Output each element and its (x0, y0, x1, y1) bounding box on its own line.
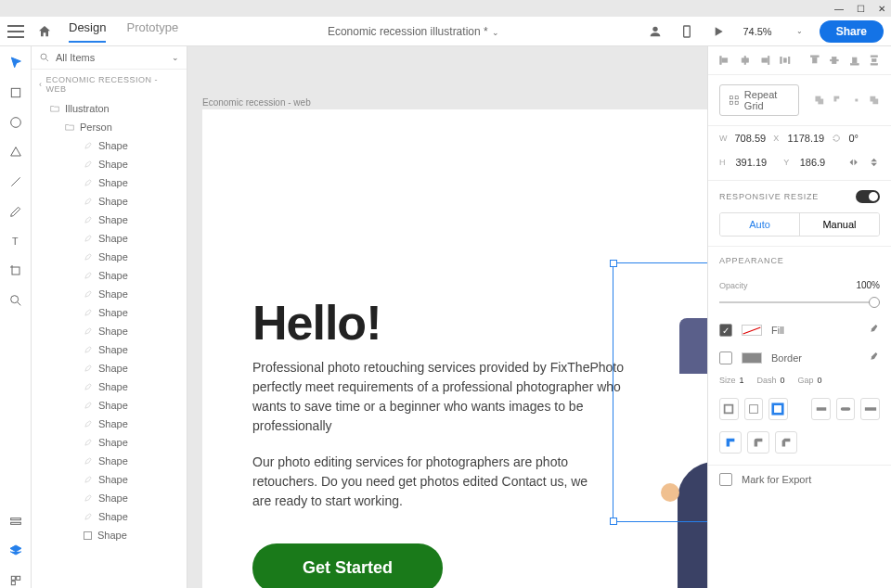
layer-row[interactable]: Shape (32, 136, 187, 155)
assets-panel-icon[interactable] (8, 514, 23, 529)
canvas[interactable]: Economic recession - web Hello! Professi… (187, 46, 707, 588)
layer-row[interactable]: Shape (32, 322, 187, 340)
width-input[interactable]: 708.59 (735, 133, 767, 144)
artboard-label[interactable]: Economic recession - web (202, 97, 311, 108)
x-input[interactable]: 1178.19 (787, 133, 824, 144)
stroke-size[interactable]: Size1 (719, 376, 744, 385)
fill-swatch[interactable] (742, 325, 762, 336)
device-preview-icon[interactable] (679, 24, 694, 39)
distribute-h-icon[interactable] (780, 54, 791, 67)
chevron-down-icon[interactable]: ⌄ (796, 27, 803, 35)
flip-h-icon[interactable] (847, 156, 859, 169)
boolean-subtract-icon[interactable] (833, 94, 844, 107)
layer-row[interactable]: Shape (32, 303, 187, 322)
layer-row[interactable]: Shape (32, 433, 187, 452)
resize-manual-button[interactable]: Manual (799, 213, 879, 236)
align-right-icon[interactable] (759, 54, 770, 67)
layer-row[interactable]: Shape (32, 340, 187, 359)
resize-auto-button[interactable]: Auto (720, 213, 799, 236)
paragraph-1[interactable]: Professional photo retouching services p… (252, 358, 642, 436)
zoom-level[interactable]: 74.5% (742, 26, 771, 37)
align-top-icon[interactable] (809, 54, 820, 67)
stroke-dash[interactable]: Dash0 (757, 376, 785, 385)
eyedropper-icon[interactable] (867, 324, 880, 337)
layer-row[interactable]: Shape (32, 489, 187, 507)
layers-list[interactable]: IllustratonPersonShapeShapeShapeShapeSha… (32, 99, 187, 588)
align-center-h-icon[interactable] (740, 54, 751, 67)
boolean-intersect-icon[interactable] (851, 94, 862, 107)
layer-row[interactable]: Illustraton (32, 99, 187, 118)
y-input[interactable]: 186.9 (800, 157, 841, 168)
layer-row[interactable]: Shape (32, 396, 187, 415)
tab-design[interactable]: Design (69, 20, 106, 43)
plugins-panel-icon[interactable] (8, 573, 23, 588)
rotation-input[interactable]: 0° (848, 133, 880, 144)
layer-row[interactable]: Shape (32, 211, 187, 229)
stroke-gap[interactable]: Gap0 (798, 376, 822, 385)
border-checkbox[interactable] (719, 352, 732, 364)
cap-butt-icon[interactable] (811, 398, 831, 420)
join-miter-icon[interactable] (719, 431, 742, 454)
rectangle-tool[interactable] (8, 85, 23, 100)
export-checkbox[interactable] (719, 473, 732, 486)
boolean-exclude-icon[interactable] (869, 94, 880, 107)
cap-round-icon[interactable] (836, 398, 856, 420)
home-icon[interactable] (37, 24, 52, 39)
maximize-button[interactable]: ☐ (857, 4, 865, 14)
align-bottom-icon[interactable] (849, 54, 860, 67)
paragraph-2[interactable]: Our photo editing services for photograp… (252, 453, 605, 511)
layers-search[interactable]: All Items ⌄ (32, 46, 187, 70)
layer-row[interactable]: Shape (32, 452, 187, 470)
join-bevel-icon[interactable] (775, 431, 797, 454)
share-button[interactable]: Share (820, 20, 884, 43)
eyedropper-icon[interactable] (867, 352, 880, 364)
align-center-v-icon[interactable] (829, 54, 840, 67)
distribute-v-icon[interactable] (869, 54, 880, 67)
layer-row[interactable]: Shape (32, 507, 187, 526)
hamburger-menu-icon[interactable] (7, 25, 24, 38)
tab-prototype[interactable]: Prototype (126, 20, 178, 43)
layers-breadcrumb[interactable]: ‹ ECONOMIC RECESSION - WEB (32, 70, 187, 99)
stroke-center-icon[interactable] (744, 398, 764, 420)
artboard[interactable]: Hello! Professional photo retouching ser… (202, 109, 707, 588)
minimize-button[interactable]: — (834, 4, 844, 14)
cta-button[interactable]: Get Started (252, 543, 443, 588)
play-icon[interactable] (711, 24, 726, 39)
layer-row[interactable]: Shape (32, 415, 187, 433)
ellipse-tool[interactable] (8, 115, 23, 130)
layer-row[interactable]: Shape (32, 192, 187, 211)
layer-row[interactable]: Shape (32, 155, 187, 173)
layer-row[interactable]: Shape (32, 248, 187, 266)
opacity-value[interactable]: 100% (856, 280, 880, 290)
artboard-tool[interactable] (8, 263, 23, 278)
user-icon[interactable] (648, 24, 663, 39)
stroke-outer-icon[interactable] (768, 398, 788, 420)
layer-row[interactable]: Shape (32, 359, 187, 377)
selection-outline[interactable] (613, 262, 707, 522)
repeat-grid-button[interactable]: Repeat Grid (719, 84, 799, 116)
flip-v-icon[interactable] (868, 156, 880, 169)
boolean-add-icon[interactable] (814, 94, 825, 107)
cap-projecting-icon[interactable] (860, 398, 880, 420)
layer-row[interactable]: Shape (32, 173, 187, 192)
layer-row[interactable]: Shape (32, 470, 187, 489)
line-tool[interactable] (8, 174, 23, 189)
text-tool[interactable]: T (8, 234, 23, 249)
join-round-icon[interactable] (747, 431, 769, 454)
polygon-tool[interactable] (8, 145, 23, 160)
rotate-icon[interactable] (832, 132, 841, 145)
zoom-tool[interactable] (8, 293, 23, 308)
align-left-icon[interactable] (719, 54, 730, 67)
layers-panel-icon[interactable] (8, 543, 23, 558)
layer-row[interactable]: Person (32, 118, 187, 136)
layer-row[interactable]: Shape (32, 266, 187, 285)
layer-row[interactable]: Shape (32, 229, 187, 248)
opacity-slider[interactable] (719, 301, 880, 303)
border-swatch[interactable] (742, 352, 762, 364)
layer-row[interactable]: Shape (32, 526, 187, 544)
layer-row[interactable]: Shape (32, 377, 187, 396)
height-input[interactable]: 391.19 (736, 157, 777, 168)
select-tool[interactable] (8, 56, 23, 70)
close-button[interactable]: ✕ (878, 4, 885, 14)
document-title[interactable]: Economic recession illustration *⌄ (178, 25, 648, 38)
